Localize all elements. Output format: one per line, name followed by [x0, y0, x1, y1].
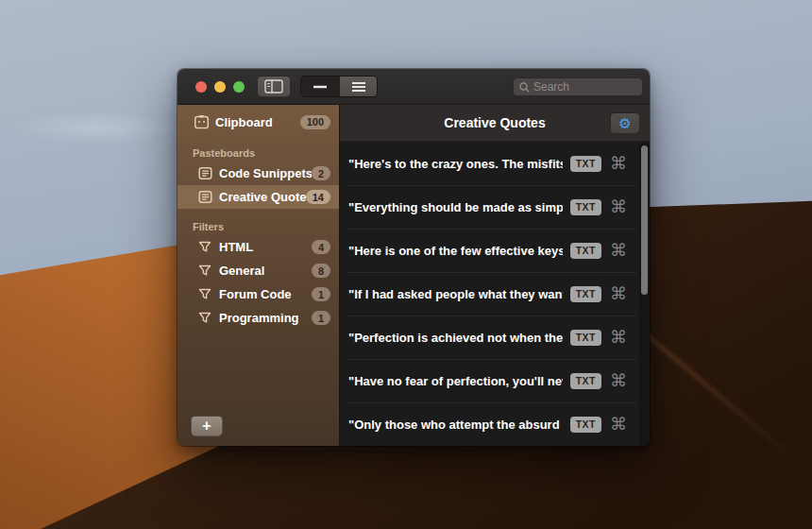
count-badge: 14	[306, 190, 330, 204]
sidebar-section: Pasteboards Code Sunippets 2 Creative Qu…	[178, 147, 339, 209]
clipping-text: "Only those who attempt the absurd wi...	[348, 418, 563, 432]
window-body: Clipboard 100 Pasteboards Code Sunippets…	[178, 105, 650, 446]
desktop-wallpaper: Clipboard 100 Pasteboards Code Sunippets…	[0, 0, 812, 529]
command-icon: ⌘	[610, 242, 627, 259]
clipping-row[interactable]: "Everything should be made as simple... …	[340, 185, 650, 229]
settings-button[interactable]: ⚙	[610, 112, 640, 134]
clipping-text: "Perfection is achieved not when there..…	[348, 331, 563, 345]
traffic-lights	[195, 81, 245, 93]
main-pane: Creative Quotes ⚙ "Here's to the crazy o…	[340, 105, 650, 446]
clipping-list: "Here's to the crazy ones. The misfits..…	[340, 142, 650, 446]
cloud	[8, 111, 187, 144]
type-badge: TXT	[570, 156, 601, 172]
command-icon: ⌘	[610, 285, 627, 302]
zoom-button[interactable]	[233, 81, 245, 93]
clipping-text: "Here is one of the few effective keys t…	[348, 244, 563, 258]
sidebar-item-label: Clipboard	[215, 115, 300, 129]
clipping-text: "If I had asked people what they wante..…	[348, 287, 563, 301]
filter-icon	[196, 264, 213, 277]
minus-icon	[313, 85, 327, 89]
count-badge: 8	[312, 264, 330, 278]
type-badge: TXT	[570, 286, 601, 302]
scrollbar-thumb[interactable]	[641, 145, 648, 295]
sidebar-item-code-sunippets[interactable]: Code Sunippets 2	[178, 162, 339, 185]
clipping-row[interactable]: "Perfection is achieved not when there..…	[340, 316, 650, 359]
type-badge: TXT	[570, 243, 601, 259]
count-badge: 1	[312, 287, 330, 301]
clipping-row[interactable]: "Here is one of the few effective keys t…	[340, 229, 650, 272]
filter-icon	[196, 312, 213, 324]
clipping-text: "Have no fear of perfection, you'll neve…	[348, 374, 563, 388]
close-button[interactable]	[195, 81, 207, 93]
sidebar-toggle-button[interactable]	[257, 76, 291, 97]
scrollbar-track[interactable]	[639, 142, 650, 446]
sidebar: Clipboard 100 Pasteboards Code Sunippets…	[178, 105, 340, 446]
add-pasteboard-button[interactable]: +	[191, 416, 223, 436]
hamburger-icon	[352, 81, 365, 93]
sidebar-item-label: Programming	[219, 311, 312, 325]
clipping-row[interactable]: "Here's to the crazy ones. The misfits..…	[340, 142, 650, 185]
note-icon	[196, 166, 213, 180]
segment-single-view[interactable]	[301, 77, 339, 96]
type-badge: TXT	[570, 417, 601, 433]
sidebar-section: Filters HTML 4 General 8 Forum Code 1 Pr…	[178, 221, 339, 330]
sidebar-item-programming[interactable]: Programming 1	[178, 306, 339, 330]
clipping-row[interactable]: "Only those who attempt the absurd wi...…	[340, 402, 650, 446]
count-badge: 100	[300, 115, 330, 129]
sidebar-sections: Pasteboards Code Sunippets 2 Creative Qu…	[178, 147, 339, 330]
sidebar-item-label: General	[219, 264, 312, 278]
command-icon: ⌘	[610, 155, 627, 172]
minimize-button[interactable]	[214, 81, 226, 93]
filter-icon	[196, 241, 213, 253]
search-icon	[519, 82, 530, 93]
type-badge: TXT	[570, 330, 601, 346]
sidebar-item-html[interactable]: HTML 4	[178, 235, 339, 259]
segment-list-view[interactable]	[339, 77, 377, 96]
gear-icon: ⚙	[618, 116, 631, 130]
sidebar-item-creative-quotes[interactable]: Creative Quotes 14	[178, 185, 339, 209]
sidebar-item-label: Forum Code	[219, 287, 312, 301]
command-icon: ⌘	[610, 416, 627, 433]
sidebar-icon	[264, 79, 283, 94]
command-icon: ⌘	[610, 329, 627, 346]
count-badge: 1	[312, 311, 330, 325]
titlebar[interactable]	[178, 69, 650, 105]
clipping-row[interactable]: "Have no fear of perfection, you'll neve…	[340, 359, 650, 402]
sidebar-section-title: Pasteboards	[193, 147, 339, 159]
count-badge: 4	[312, 240, 330, 254]
sidebar-section-title: Filters	[193, 221, 339, 232]
sidebar-item-general[interactable]: General 8	[178, 259, 339, 282]
plus-icon: +	[202, 418, 211, 434]
search-field[interactable]	[513, 77, 643, 96]
type-badge: TXT	[570, 373, 601, 389]
command-icon: ⌘	[610, 198, 627, 215]
search-input[interactable]	[533, 80, 636, 94]
view-mode-segmented-control	[300, 76, 378, 97]
sidebar-item-label: HTML	[219, 240, 312, 254]
pasteboard-title: Creative Quotes	[444, 115, 545, 130]
clipping-row[interactable]: "If I had asked people what they wante..…	[340, 272, 650, 316]
type-badge: TXT	[570, 199, 601, 215]
sidebar-item-label: Code Sunippets	[219, 166, 312, 180]
app-window: Clipboard 100 Pasteboards Code Sunippets…	[178, 69, 650, 446]
note-icon	[196, 190, 213, 204]
sidebar-item-forum-code[interactable]: Forum Code 1	[178, 282, 339, 306]
clipboard-icon	[193, 114, 210, 129]
sidebar-item-clipboard[interactable]: Clipboard 100	[178, 109, 339, 135]
clipping-text: "Everything should be made as simple...	[348, 200, 563, 214]
clipping-text: "Here's to the crazy ones. The misfits..…	[348, 157, 563, 171]
main-header: Creative Quotes ⚙	[340, 105, 650, 142]
command-icon: ⌘	[610, 372, 627, 389]
sidebar-item-label: Creative Quotes	[219, 190, 306, 204]
count-badge: 2	[312, 166, 330, 180]
filter-icon	[196, 288, 213, 300]
